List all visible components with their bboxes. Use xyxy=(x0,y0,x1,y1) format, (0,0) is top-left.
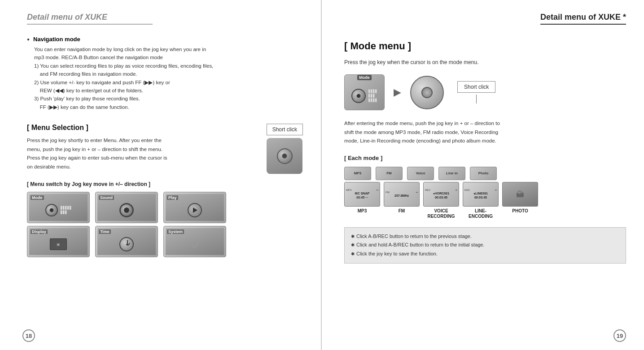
thumb-label-display: Display xyxy=(31,229,48,234)
mode-mp3-container: MP3 ▪▪ MC SNAP03:45 ··· MP3 xyxy=(344,182,380,214)
mode-line-text: ●LINE00100:03:45 xyxy=(473,191,488,199)
short-click-box-right: Short click xyxy=(457,81,495,93)
mode-mp3-text: MC SNAP03:45 ··· xyxy=(355,191,369,199)
page-num-left: 18 xyxy=(22,329,35,342)
left-header: Detail menu of XUKE xyxy=(27,13,153,25)
mode-top-mp3: MP3 xyxy=(344,167,371,180)
nav-section: Navigation mode You can enter navigation… xyxy=(27,36,303,111)
nav-title-text: Navigation mode xyxy=(33,36,80,43)
mode-photo-container: 🏔 PHOTO xyxy=(502,182,538,214)
thumb-device-time: Time xyxy=(97,228,156,255)
mode-voice-label: VOICERECORDING xyxy=(427,208,455,219)
thumb-label-time: Time xyxy=(99,229,111,234)
thumb-device-system: System ⚙ xyxy=(166,228,224,255)
callout-line xyxy=(476,95,477,104)
mode-menu-desc: Press the jog key when the cursor is on … xyxy=(344,58,626,66)
short-click-box-left: Short click xyxy=(267,124,303,135)
thumb-label-sound: Sound xyxy=(99,195,114,200)
mode-fm-label: FM xyxy=(399,208,405,214)
mode-voice-container: REC ▪▪ ●VORC00100:03:45 VOICERECORDING xyxy=(423,182,459,219)
device-image-left xyxy=(267,138,302,174)
right-page: Detail menu of XUKE * [ Mode menu ] Pres… xyxy=(322,0,644,350)
mode-jog xyxy=(410,76,444,109)
menu-thumb-play: Play xyxy=(163,192,226,223)
menu-selection-title: [ Menu Selection ] xyxy=(27,124,303,132)
thumb-device-sound: Sound xyxy=(97,194,156,221)
mode-fm-container: FM ▪▪ 207.8MHz FM xyxy=(384,182,420,214)
menu-thumb-display: Display ▣ xyxy=(27,226,90,257)
thumb-device-play: Play xyxy=(166,194,224,221)
mode-screen-mp3: MP3 ▪▪ MC SNAP03:45 ··· xyxy=(344,182,380,207)
page-num-right: 19 xyxy=(613,329,626,342)
mode-fm-text: 207.8MHz xyxy=(394,194,409,198)
mode-device-left: Mode ▋▋▋▋ ▋▋▋ ▋▋▋▋ xyxy=(344,74,385,110)
menu-thumb-mode: Mode ▋▋▋▋▋ ▋▋▋ xyxy=(27,192,90,223)
nav-body: You can enter navigation mode by long cl… xyxy=(34,45,303,111)
thumb-label-mode: Mode xyxy=(31,195,44,200)
menu-thumb-system: System ⚙ xyxy=(163,226,226,257)
mode-top-fm: FM xyxy=(376,167,403,180)
mode-line-container: ENC ▪▪ ●LINE00100:03:45 LINE-ENCODING xyxy=(463,182,499,219)
mode-mp3-label: MP3 xyxy=(358,208,367,214)
nav-title: Navigation mode xyxy=(27,36,303,43)
mode-menu-section: [ Mode menu ] Press the jog key when the… xyxy=(344,40,626,146)
menu-grid: Mode ▋▋▋▋▋ ▋▋▋ xyxy=(27,192,229,257)
notice-box: Click A-B/REC button to return to the pr… xyxy=(344,227,626,264)
page-container: Detail menu of XUKE Navigation mode You … xyxy=(0,0,644,350)
thumb-circle-left xyxy=(277,148,293,164)
thumb-device-display: Display ▣ xyxy=(29,228,88,255)
mode-top-voice: Voice xyxy=(407,167,434,180)
right-header: Detail menu of XUKE * xyxy=(540,13,626,25)
mode-top-photo: Photo xyxy=(470,167,497,180)
menu-thumb-time: Time xyxy=(95,226,158,257)
mode-after-text: After entering the mode menu, push the j… xyxy=(344,119,569,146)
thumb-device-left xyxy=(267,138,302,174)
menu-switch-section: [ Menu switch by Jog key move in +/– dir… xyxy=(27,181,303,257)
each-mode-section: [ Each mode ] MP3 FM Voice Line in Photo… xyxy=(344,155,626,264)
thumb-label-play: Play xyxy=(167,195,178,200)
mode-screen-voice: REC ▪▪ ●VORC00100:03:45 xyxy=(423,182,459,207)
menu-switch-title: [ Menu switch by Jog key move in +/– dir… xyxy=(27,181,303,187)
mode-jog-inner xyxy=(421,87,433,98)
menu-selection-title-text: [ Menu Selection ] xyxy=(27,124,88,131)
mode-screen-photo: 🏔 xyxy=(502,182,538,207)
mode-screen-line: ENC ▪▪ ●LINE00100:03:45 xyxy=(463,182,499,207)
mode-photo-label: PHOTO xyxy=(512,208,528,214)
modes-row: MP3 ▪▪ MC SNAP03:45 ··· MP3 FM ▪▪ 20 xyxy=(344,182,626,219)
thumb-device-mode: Mode ▋▋▋▋▋ ▋▋▋ xyxy=(29,194,88,221)
mode-images-row: Mode ▋▋▋▋ ▋▋▋ ▋▋▋▋ ▶ xyxy=(344,74,626,110)
notice-item-1: Click A-B/REC button to return to the pr… xyxy=(351,232,619,241)
arrow-right: ▶ xyxy=(394,86,401,98)
mode-screen-fm: FM ▪▪ 207.8MHz xyxy=(384,182,420,207)
mode-line-label: LINE-ENCODING xyxy=(469,208,493,219)
thumb-circle-inner-left xyxy=(282,153,287,159)
notice-item-2: Click and hold A-B/REC button to return … xyxy=(351,241,619,250)
menu-selection-section: [ Menu Selection ] Press the jog key sho… xyxy=(27,124,303,171)
left-page: Detail menu of XUKE Navigation mode You … xyxy=(0,0,322,350)
notice-item-3: Click the joy key to save the function. xyxy=(351,250,619,259)
jog-container xyxy=(410,76,444,109)
mode-menu-title: [ Mode menu ] xyxy=(344,40,626,52)
mode-label-tag: Mode xyxy=(357,75,372,80)
mode-voice-text: ●VORC00100:03:45 xyxy=(433,191,449,199)
thumb-label-system: System xyxy=(167,229,184,234)
menu-selection-body: Press the jog key shortly to enter Menu.… xyxy=(27,136,167,171)
each-mode-title: [ Each mode ] xyxy=(344,155,626,161)
mode-top-line: Line in xyxy=(438,167,465,180)
mode-top-icons-row: MP3 FM Voice Line in Photo xyxy=(344,167,626,180)
menu-thumb-sound: Sound xyxy=(95,192,158,223)
mode-photo-icon: 🏔 xyxy=(516,190,524,199)
short-click-callout-left: Short click xyxy=(267,124,303,174)
short-click-right-container: Short click xyxy=(457,81,495,104)
